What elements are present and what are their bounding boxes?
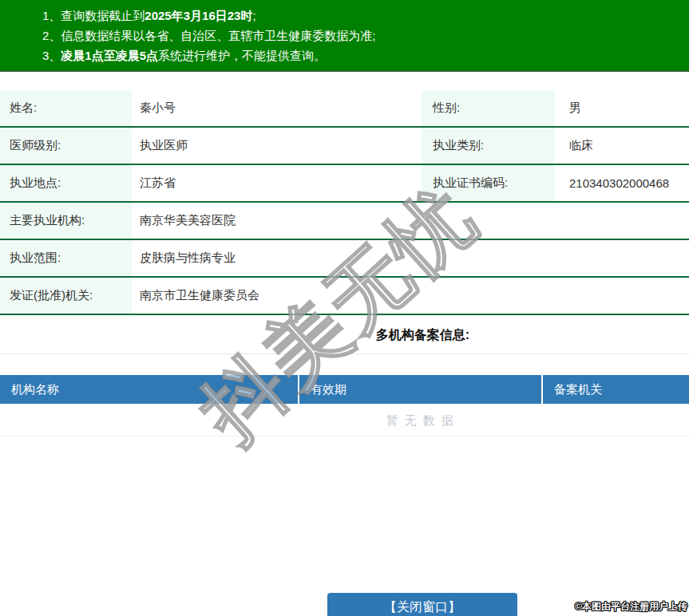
info-row-level-category: 医师级别: 执业医师 执业类别: 临床 (0, 128, 689, 165)
field-value-location: 江苏省 (132, 165, 422, 201)
field-value-category: 临床 (555, 128, 689, 164)
multi-org-table-header: 机构名称 有效期 备案机关 (0, 375, 689, 404)
org-header-institution-name: 机构名称 (0, 375, 299, 404)
field-label-category: 执业类别: (422, 128, 555, 164)
notice-3-text: 3、 (42, 49, 61, 62)
field-label-practice-scope: 执业范围: (0, 240, 132, 276)
notice-2-text: 2、信息数据结果以各省、自治区、直辖市卫生健康委数据为准; (42, 29, 376, 42)
notice-line-3: 3、凌晨1点至凌晨5点系统进行维护，不能提供查询。 (42, 45, 681, 65)
org-header-validity-period: 有效期 (299, 375, 543, 404)
field-label-name: 姓名: (0, 90, 132, 126)
field-value-issuing-authority: 南京市卫生健康委员会 (132, 278, 689, 314)
field-value-gender: 男 (555, 90, 689, 126)
notice-banner: 1、查询数据截止到2025年3月16日23时; 2、信息数据结果以各省、自治区、… (0, 0, 689, 72)
practitioner-info-table: 姓名: 秦小号 性别: 男 医师级别: 执业医师 执业类别: 临床 执业地点: … (0, 90, 689, 315)
notice-1-suffix: ; (252, 9, 255, 22)
info-row-main-institution: 主要执业机构: 南京华美美容医院 (0, 203, 689, 240)
multi-org-heading: 多机构备案信息: (0, 315, 689, 354)
notice-3-suffix: 系统进行维护，不能提供查询。 (158, 49, 326, 62)
empty-data-placeholder: 暂无数据 (0, 404, 689, 436)
notice-1-bold: 2025年3月16日23时 (145, 9, 252, 22)
field-label-issuing-authority: 发证(批准)机关: (0, 278, 132, 314)
field-label-cert-number: 执业证书编码: (422, 165, 555, 201)
field-label-main-institution: 主要执业机构: (0, 203, 132, 239)
notice-1-text: 1、查询数据截止到 (42, 9, 145, 22)
notice-3-bold: 凌晨1点至凌晨5点 (61, 49, 158, 62)
info-row-practice-scope: 执业范围: 皮肤病与性病专业 (0, 240, 689, 278)
info-row-issuing-authority: 发证(批准)机关: 南京市卫生健康委员会 (0, 278, 689, 315)
notice-line-2: 2、信息数据结果以各省、自治区、直辖市卫生健康委数据为准; (42, 26, 681, 45)
field-value-main-institution: 南京华美美容医院 (132, 203, 689, 239)
field-label-level: 医师级别: (0, 128, 132, 164)
info-row-location-certno: 执业地点: 江苏省 执业证书编码: 210340302000468 (0, 165, 689, 203)
notice-line-1: 1、查询数据截止到2025年3月16日23时; (42, 6, 681, 26)
license-query-page: 1、查询数据截止到2025年3月16日23时; 2、信息数据结果以各省、自治区、… (0, 0, 689, 616)
field-value-cert-number: 210340302000468 (555, 165, 689, 201)
field-label-location: 执业地点: (0, 165, 132, 201)
info-row-name-gender: 姓名: 秦小号 性别: 男 (0, 90, 689, 128)
field-value-name: 秦小号 (132, 90, 422, 126)
copyright-watermark: ©本图由平台注册用户上传 (575, 600, 687, 614)
org-header-filing-authority: 备案机关 (543, 375, 689, 404)
field-value-practice-scope: 皮肤病与性病专业 (132, 240, 689, 276)
multi-org-table: 机构名称 有效期 备案机关 暂无数据 (0, 375, 689, 436)
close-window-button[interactable]: 【关闭窗口】 (327, 593, 517, 616)
field-label-gender: 性别: (422, 90, 555, 126)
field-value-level: 执业医师 (132, 128, 422, 164)
